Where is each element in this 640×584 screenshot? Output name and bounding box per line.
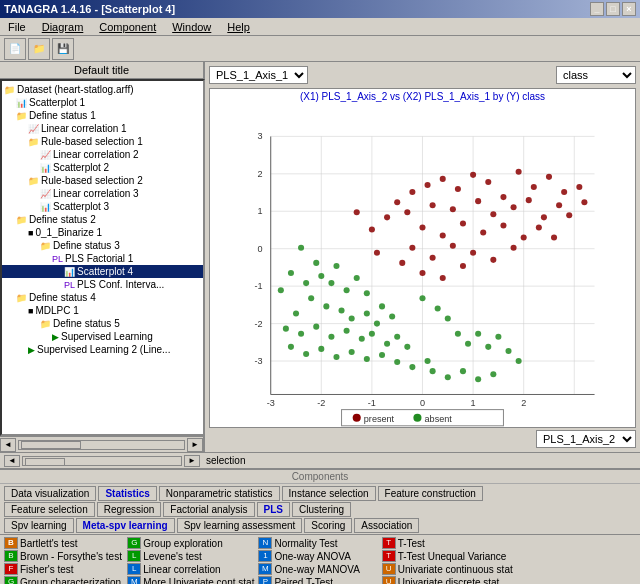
stat-univariate-cont[interactable]: U Univariate continuous stat (382, 563, 513, 575)
svg-point-132 (353, 414, 361, 422)
window-controls[interactable]: _ □ × (590, 2, 636, 16)
class-dropdown[interactable]: class (556, 66, 636, 84)
tab-instance-selection[interactable]: Instance selection (282, 486, 376, 501)
svg-point-44 (450, 206, 456, 212)
tree-item-define2[interactable]: 📁 Define status 2 (2, 213, 203, 226)
svg-point-92 (374, 321, 380, 327)
y-axis-dropdown[interactable]: PLS_1_Axis_2 (536, 430, 636, 448)
tree-item-define3[interactable]: 📁 Define status 3 (2, 239, 203, 252)
tree-item-lincorr2[interactable]: 📈 Linear correlation 2 (2, 148, 203, 161)
stat-normality[interactable]: N Normality Test (258, 537, 377, 549)
menu-component[interactable]: Component (95, 21, 160, 33)
stat-group-char[interactable]: G Group characterization (4, 576, 123, 584)
menu-file[interactable]: File (4, 21, 30, 33)
tree-item-mdlpc[interactable]: ■ MDLPC 1 (2, 304, 203, 317)
tree-item-scatterplot3[interactable]: 📊 Scatterplot 3 (2, 200, 203, 213)
svg-point-74 (440, 275, 446, 281)
svg-point-130 (490, 371, 496, 377)
menu-diagram[interactable]: Diagram (38, 21, 88, 33)
tree-item-dataset[interactable]: 📁 Dataset (heart-statlog.arff) (2, 83, 203, 96)
svg-text:-1: -1 (255, 281, 263, 291)
tab-scoring[interactable]: Scoring (304, 518, 352, 533)
stat-group-exploration[interactable]: G Group exploration (127, 537, 254, 549)
stat-more-univariate[interactable]: M More Univariate cont stat (127, 576, 254, 584)
svg-point-86 (308, 295, 314, 301)
tree-item-scatterplot4[interactable]: 📊 Scatterplot 4 (2, 265, 203, 278)
tab-meta-spv[interactable]: Meta-spv learning (76, 518, 175, 533)
plot-title: (X1) PLS_1_Axis_2 vs (X2) PLS_1_Axis_1 b… (210, 89, 635, 104)
open-button[interactable]: 📁 (28, 38, 50, 60)
tree-item-pls-factorial[interactable]: PL PLS Factorial 1 (2, 252, 203, 265)
tab-feature-construction[interactable]: Feature construction (378, 486, 483, 501)
tab-association[interactable]: Association (354, 518, 419, 533)
horizontal-scrollbar[interactable]: ◄ ► (0, 436, 203, 452)
scroll-left[interactable]: ◄ (0, 438, 16, 452)
tab-feature-selection[interactable]: Feature selection (4, 502, 95, 517)
svg-point-57 (384, 214, 390, 220)
svg-point-67 (450, 243, 456, 249)
scroll-left-arrow[interactable]: ◄ (4, 455, 20, 467)
stat-ttest-unequal[interactable]: T T-Test Unequal Variance (382, 550, 513, 562)
tree-item-lincorr1[interactable]: 📈 Linear correlation 1 (2, 122, 203, 135)
svg-point-108 (333, 354, 339, 360)
tab-nonparametric[interactable]: Nonparametric statistics (159, 486, 280, 501)
tab-factorial[interactable]: Factorial analysis (163, 502, 254, 517)
tree-item-rulebased1[interactable]: 📁 Rule-based selection 1 (2, 135, 203, 148)
tab-pls[interactable]: PLS (257, 502, 290, 517)
svg-text:0: 0 (420, 398, 425, 408)
tab-regression[interactable]: Regression (97, 502, 162, 517)
tree-item-lincorr3[interactable]: 📈 Linear correlation 3 (2, 187, 203, 200)
tab-statistics[interactable]: Statistics (98, 486, 156, 501)
save-button[interactable]: 💾 (52, 38, 74, 60)
stat-ttest[interactable]: T T-Test (382, 537, 513, 549)
scroll-thumb[interactable] (25, 458, 65, 466)
x-axis-dropdown[interactable]: PLS_1_Axis_1 (209, 66, 308, 84)
svg-point-43 (430, 202, 436, 208)
maximize-button[interactable]: □ (606, 2, 620, 16)
svg-point-111 (379, 352, 385, 358)
tab-spv-learning[interactable]: Spv learning (4, 518, 74, 533)
stat-oneway-anova[interactable]: 1 One-way ANOVA (258, 550, 377, 562)
tree-item-rulebased2[interactable]: 📁 Rule-based selection 2 (2, 174, 203, 187)
stat-paired-ttest[interactable]: P Paired T-Test (258, 576, 377, 584)
svg-point-119 (455, 331, 461, 337)
stat-levene[interactable]: L Levene's test (127, 550, 254, 562)
new-button[interactable]: 📄 (4, 38, 26, 60)
component-tabs-row2: Feature selection Regression Factorial a… (0, 501, 640, 517)
tree-item-scatterplot1[interactable]: 📊 Scatterplot 1 (2, 96, 203, 109)
tree-item-binarize[interactable]: ■ 0_1_Binarize 1 (2, 226, 203, 239)
stat-oneway-manova[interactable]: M One-way MANOVA (258, 563, 377, 575)
tab-data-visualization[interactable]: Data visualization (4, 486, 96, 501)
menu-help[interactable]: Help (223, 21, 254, 33)
close-button[interactable]: × (622, 2, 636, 16)
oneway-anova-icon: 1 (258, 550, 272, 562)
scroll-right-arrow[interactable]: ► (184, 455, 200, 467)
oneway-manova-icon: M (258, 563, 272, 575)
stat-univariate-disc[interactable]: U Univariate discrete stat (382, 576, 513, 584)
main-scrollbar[interactable]: ◄ ► selection (0, 452, 640, 468)
tab-spv-assessment[interactable]: Spv learning assessment (177, 518, 303, 533)
tree-panel: 📁 Dataset (heart-statlog.arff) 📊 Scatter… (0, 79, 205, 436)
stat-linear-corr[interactable]: L Linear correlation (127, 563, 254, 575)
svg-text:3: 3 (258, 131, 263, 141)
tab-clustering[interactable]: Clustering (292, 502, 351, 517)
scroll-right[interactable]: ► (187, 438, 203, 452)
tree-item-scatterplot2[interactable]: 📊 Scatterplot 2 (2, 161, 203, 174)
svg-point-110 (364, 356, 370, 362)
tree-item-define1[interactable]: 📁 Define status 1 (2, 109, 203, 122)
menu-window[interactable]: Window (168, 21, 215, 33)
minimize-button[interactable]: _ (590, 2, 604, 16)
tree-item-supervised2[interactable]: ▶ Supervised Learning 2 (Line... (2, 343, 203, 356)
stat-fisher[interactable]: F Fisher's test (4, 563, 123, 575)
tree-item-define5[interactable]: 📁 Define status 5 (2, 317, 203, 330)
svg-point-80 (318, 273, 324, 279)
tree-item-pls-conf[interactable]: PL PLS Conf. Interva... (2, 278, 203, 291)
svg-text:-2: -2 (255, 319, 263, 329)
tree-item-supervised1[interactable]: ▶ Supervised Learning (2, 330, 203, 343)
scroll-track[interactable] (22, 456, 182, 466)
tree-item-define4[interactable]: 📁 Define status 4 (2, 291, 203, 304)
svg-point-129 (475, 376, 481, 382)
stat-bartletts[interactable]: B Bartlett's test (4, 537, 123, 549)
svg-point-47 (511, 204, 517, 210)
stat-brown-forsythe[interactable]: B Brown - Forsythe's test (4, 550, 123, 562)
